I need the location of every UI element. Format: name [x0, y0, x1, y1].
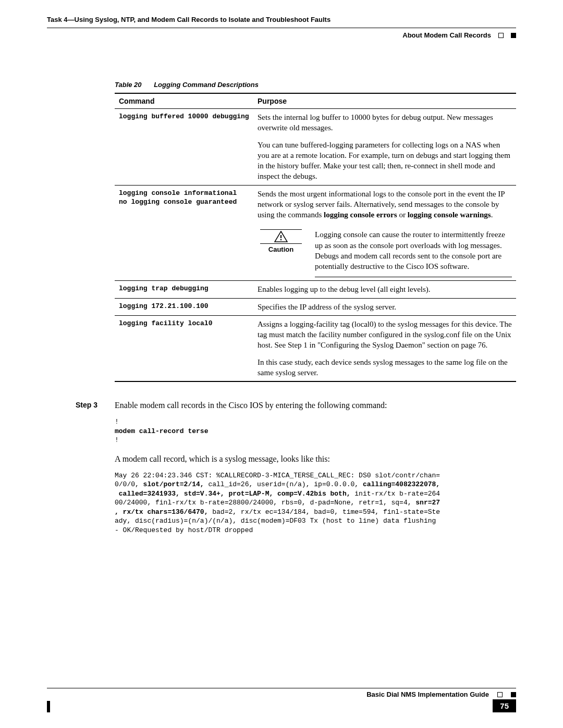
section-header: About Modem Call Records	[402, 31, 491, 39]
command-cell: logging trap debugging	[115, 281, 253, 298]
step-intro: Enable modem call records in the Cisco I…	[115, 401, 516, 410]
footer-square-icon	[511, 692, 516, 697]
table-row: logging trap debugging Enables logging u…	[115, 281, 516, 298]
purpose-cell: Specifies the IP address of the syslog s…	[253, 298, 516, 315]
command-cell: logging console informational no logging…	[115, 185, 253, 281]
col-purpose: Purpose	[253, 93, 516, 109]
purpose-para: Sends the most urgent informational logs…	[258, 189, 512, 220]
log-output: May 26 22:04:23.346 CST: %CALLRECORD-3-M…	[115, 471, 516, 535]
command-cell: logging 172.21.100.100	[115, 298, 253, 315]
caution-label: Caution	[258, 245, 304, 254]
table-row: logging 172.21.100.100 Specifies the IP …	[115, 298, 516, 315]
svg-point-2	[280, 239, 282, 241]
table-row: logging buffered 10000 debugging Sets th…	[115, 109, 516, 186]
page-number: 75	[493, 699, 516, 712]
table-caption: Table 20 Logging Command Descriptions	[115, 81, 516, 89]
purpose-para: You can tune buffered-logging parameters…	[258, 140, 512, 182]
table-number: Table 20	[115, 81, 142, 89]
command-cell: logging facility local0	[115, 315, 253, 381]
step-label: Step 3	[76, 401, 115, 535]
purpose-cell: Enables logging up to the debug level (a…	[253, 281, 516, 298]
table-title: Logging Command Descriptions	[154, 81, 259, 89]
command-cell: logging buffered 10000 debugging	[115, 109, 253, 186]
purpose-cell: Sets the internal log buffer to 10000 by…	[253, 109, 516, 186]
header-square-icon	[511, 33, 516, 38]
footer-mark-icon	[47, 701, 50, 712]
caution-text: Logging console can cause the router to …	[315, 229, 512, 277]
caution-block: Caution Logging console can cause the ro…	[258, 229, 512, 277]
header-square-outline-icon	[498, 33, 504, 38]
chapter-header: Task 4—Using Syslog, NTP, and Modem Call…	[47, 16, 516, 26]
code-block: ! modem call-record terse !	[115, 417, 516, 445]
footer-square-outline-icon	[497, 692, 503, 697]
footer-title: Basic Dial NMS Implementation Guide	[366, 690, 489, 698]
table-row: logging facility local0 Assigns a loggin…	[115, 315, 516, 381]
purpose-para: Assigns a logging-facility tag (local0) …	[258, 319, 512, 351]
command-table: Command Purpose logging buffered 10000 d…	[115, 93, 516, 382]
col-command: Command	[115, 93, 253, 109]
purpose-para: Sets the internal log buffer to 10000 by…	[258, 112, 512, 133]
table-row: logging console informational no logging…	[115, 185, 516, 281]
purpose-cell: Assigns a logging-facility tag (local0) …	[253, 315, 516, 381]
step-text: A modem call record, which is a syslog m…	[115, 454, 516, 464]
purpose-cell: Sends the most urgent informational logs…	[253, 185, 516, 281]
purpose-para: In this case study, each device sends sy…	[258, 357, 512, 378]
caution-icon	[274, 231, 288, 242]
